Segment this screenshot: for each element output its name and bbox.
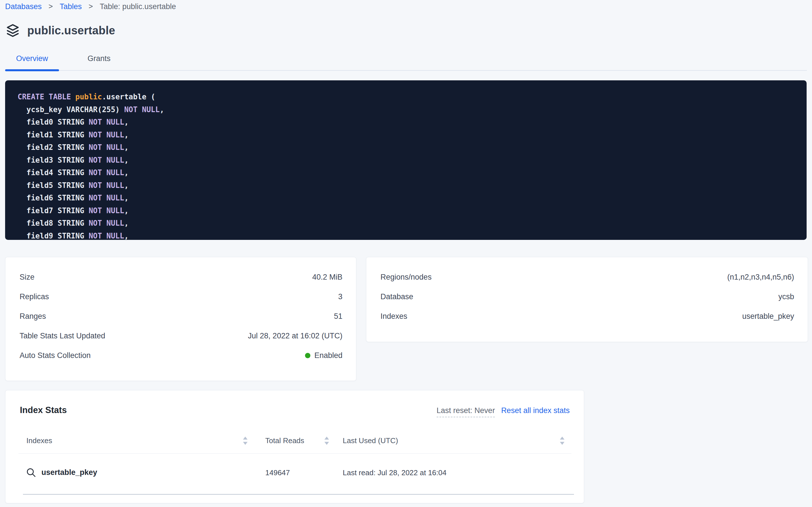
stat-label: Database — [380, 292, 414, 301]
create-table-statement: CREATE TABLE public.usertable ( ycsb_key… — [5, 80, 807, 240]
column-header-total-reads[interactable]: Total Reads — [265, 436, 304, 445]
table-details-card: Size40.2 MiBReplicas3Ranges51Table Stats… — [5, 257, 356, 381]
stat-label: Regions/nodes — [380, 273, 432, 282]
sort-icon[interactable] — [242, 436, 249, 447]
sql-line: CREATE TABLE public.usertable ( — [17, 91, 801, 103]
page-title: public.usertable — [27, 24, 115, 37]
tab-bar: OverviewGrants — [5, 54, 807, 71]
stat-row: Table Stats Last UpdatedJul 28, 2022 at … — [5, 326, 356, 346]
stat-value: Enabled — [305, 351, 342, 360]
sql-line: field3 STRING NOT NULL, — [17, 154, 801, 167]
stat-label: Auto Stats Collection — [19, 351, 91, 360]
index-table-header: IndexesTotal ReadsLast Used (UTC) — [5, 432, 584, 449]
stat-value: 3 — [338, 292, 342, 301]
sql-line: field4 STRING NOT NULL, — [17, 166, 801, 179]
sort-icon[interactable] — [323, 436, 330, 447]
stat-value: Jul 28, 2022 at 16:02 (UTC) — [248, 332, 342, 340]
stat-row: Replicas3 — [5, 287, 356, 306]
breadcrumb-separator-icon: > — [88, 2, 93, 10]
stat-label: Table Stats Last Updated — [19, 332, 105, 340]
sql-line: field0 STRING NOT NULL, — [17, 116, 801, 129]
sql-line: field6 STRING NOT NULL, — [17, 191, 801, 205]
sql-line: field5 STRING NOT NULL, — [17, 179, 801, 192]
sql-line: field9 STRING NOT NULL, — [17, 230, 801, 240]
last-reset-label[interactable]: Last reset: Never — [437, 406, 495, 417]
stat-value: 51 — [334, 312, 342, 321]
total-reads-value: 149647 — [265, 468, 290, 477]
status-dot-icon — [305, 353, 310, 358]
tab-overview[interactable]: Overview — [5, 54, 59, 70]
index-name: usertable_pkey — [42, 468, 97, 477]
stat-label: Ranges — [19, 312, 46, 321]
stat-value: ycsb — [778, 292, 794, 301]
stat-value: 40.2 MiB — [312, 273, 342, 282]
stat-value: usertable_pkey — [742, 312, 794, 321]
stat-label: Replicas — [19, 292, 49, 301]
stat-row: Indexesusertable_pkey — [366, 306, 808, 326]
sql-line: ycsb_key VARCHAR(255) NOT NULL, — [17, 103, 801, 116]
stat-value: (n1,n2,n3,n4,n5,n6) — [727, 273, 794, 282]
stat-row: Size40.2 MiB — [5, 267, 356, 287]
breadcrumb: Databases>Tables>Table: public.usertable — [5, 2, 176, 11]
search-icon — [26, 467, 37, 479]
stat-row: Databaseycsb — [366, 287, 808, 306]
database-details-card: Regions/nodes(n1,n2,n3,n4,n5,n6)Database… — [366, 257, 808, 342]
table-bottom-divider — [23, 494, 574, 495]
index-stats-card: Index Stats Last reset: Never Reset all … — [5, 390, 584, 503]
tab-grants[interactable]: Grants — [78, 54, 120, 70]
breadcrumb-item-table-public-usertable: Table: public.usertable — [100, 2, 176, 11]
breadcrumb-item-databases[interactable]: Databases — [5, 2, 42, 11]
sql-line: field7 STRING NOT NULL, — [17, 205, 801, 217]
stat-row: Auto Stats CollectionEnabled — [5, 346, 356, 365]
stat-row: Ranges51 — [5, 306, 356, 326]
index-stats-title: Index Stats — [20, 405, 67, 415]
reset-index-stats-link[interactable]: Reset all index stats — [501, 406, 570, 415]
page-title-row: public.usertable — [6, 23, 115, 38]
table-stack-icon — [6, 23, 20, 38]
stat-label: Size — [19, 273, 35, 282]
stat-label: Indexes — [380, 312, 408, 321]
sql-line: field8 STRING NOT NULL, — [17, 217, 801, 230]
sql-line: field1 STRING NOT NULL, — [17, 129, 801, 142]
breadcrumb-separator-icon: > — [49, 2, 53, 10]
sql-line: field2 STRING NOT NULL, — [17, 141, 801, 154]
last-used-value: Last read: Jul 28, 2022 at 16:04 — [343, 468, 447, 477]
index-table-row[interactable]: usertable_pkey149647Last read: Jul 28, 2… — [5, 463, 584, 483]
stat-row: Regions/nodes(n1,n2,n3,n4,n5,n6) — [366, 267, 808, 287]
sort-icon[interactable] — [559, 436, 565, 447]
column-header-last-used-utc-[interactable]: Last Used (UTC) — [343, 436, 398, 445]
index-stats-controls: Last reset: Never Reset all index stats — [437, 406, 570, 417]
column-header-indexes[interactable]: Indexes — [26, 436, 52, 445]
breadcrumb-item-tables[interactable]: Tables — [60, 2, 82, 11]
header-divider — [18, 453, 571, 454]
